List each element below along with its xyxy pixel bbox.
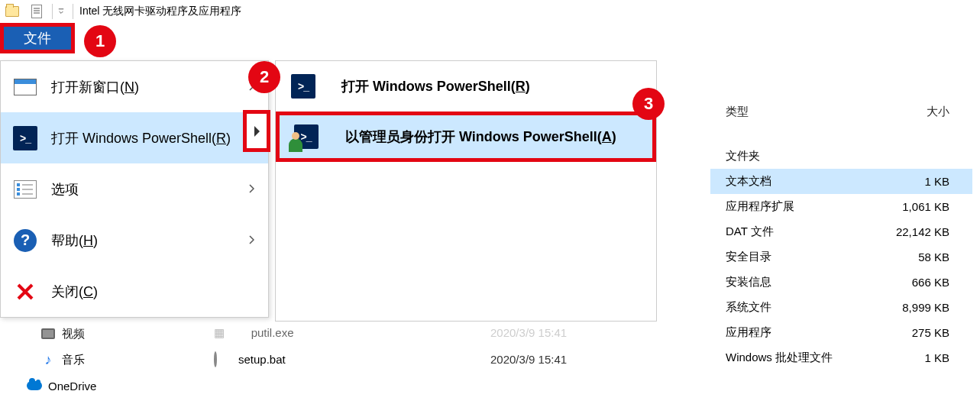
file-row[interactable]: setup.bat 2020/3/9 15:41 [214,346,703,373]
file-menu: 打开新窗口(N) >_ 打开 Windows PowerShell(R) 选项 … [0,60,269,318]
menu-help[interactable]: ? 帮助(H) [1,215,268,266]
file-date: 2020/3/9 15:41 [490,326,703,339]
folder-icon [3,2,21,21]
menu-label: 打开新窗口(N) [51,78,248,96]
window-title: Intel 无线网卡驱动程序及应用程序 [79,5,241,18]
cell-type: Windows 批处理文件 [710,351,855,365]
chevron-right-icon [248,81,257,93]
cell-type: 文本文档 [710,174,855,189]
chevron-right-icon [248,234,257,247]
detail-row[interactable]: 系统文件8,999 KB [710,295,972,320]
cell-type: 安装信息 [710,275,855,289]
nav-tree: 视频 ♪ 音乐 OneDrive [27,321,195,399]
cell-size: 275 KB [855,326,972,339]
options-icon [11,176,39,203]
file-name: setup.bat [238,353,490,366]
new-window-icon [11,73,39,101]
gear-icon [214,353,232,366]
cell-size: 1,061 KB [855,200,972,213]
nav-label: 视频 [62,327,85,341]
cell-size: 8,999 KB [855,301,972,314]
onedrive-icon [27,381,42,390]
document-icon [27,2,46,21]
submenu-open-powershell-admin[interactable]: >_ 以管理员身份打开 Windows PowerShell(A) [276,112,656,162]
menu-options[interactable]: 选项 [1,163,268,215]
detail-row[interactable]: 应用程序扩展1,061 KB [710,194,972,219]
detail-row[interactable]: 安装信息666 KB [710,270,972,295]
details-columns: 类型 大小 文件夹文本文档1 KB应用程序扩展1,061 KBDAT 文件22,… [710,107,972,370]
separator [73,4,73,19]
cell-size: 58 KB [855,250,972,263]
nav-label: OneDrive [48,380,96,393]
file-list-partial: ▦ pnputil.exe 2020/3/9 15:41 setup.bat 2… [214,319,703,373]
menu-open-powershell[interactable]: >_ 打开 Windows PowerShell(R) [1,112,268,163]
cell-type: DAT 文件 [710,225,855,239]
nav-video[interactable]: 视频 [40,321,195,347]
menu-open-new-window[interactable]: 打开新窗口(N) [1,61,268,112]
detail-row[interactable]: 安全目录58 KB [710,244,972,270]
column-header-size[interactable]: 大小 [855,105,972,128]
submenu-label: 以管理员身份打开 Windows PowerShell(A) [345,128,616,146]
menu-close[interactable]: 关闭(C) [1,266,268,317]
file-date: 2020/3/9 15:41 [490,353,703,366]
nav-label: 音乐 [62,353,85,367]
menu-label: 选项 [51,180,248,199]
music-icon: ♪ [40,352,56,368]
cell-type: 应用程序 [710,325,855,340]
cell-size: 666 KB [855,276,972,289]
close-icon [11,278,39,305]
column-header-type[interactable]: 类型 [710,105,855,128]
file-icon: ▦ [214,326,232,340]
powershell-submenu: >_ 打开 Windows PowerShell(R) >_ 以管理员身份打开 … [275,60,657,322]
chevron-right-icon [248,183,257,196]
title-bar: Intel 无线网卡驱动程序及应用程序 [0,0,980,23]
menu-label: 帮助(H) [51,231,248,250]
cell-size: 1 KB [855,351,972,364]
file-tab[interactable]: 文件 [0,23,75,53]
powershell-admin-icon: >_ [293,123,321,150]
cell-type: 文件夹 [710,149,855,163]
detail-row[interactable]: 应用程序275 KB [710,320,972,345]
powershell-icon: >_ [289,73,317,100]
qat-dropdown[interactable] [56,2,66,21]
cell-size: 1 KB [855,175,972,188]
submenu-label: 打开 Windows PowerShell(R) [341,77,530,95]
detail-row[interactable]: 文件夹 [710,144,972,169]
detail-row[interactable]: DAT 文件22,142 KB [710,219,972,244]
detail-row[interactable]: 文本文档1 KB [710,169,972,194]
nav-onedrive[interactable]: OneDrive [27,373,195,399]
file-row[interactable]: ▦ pnputil.exe 2020/3/9 15:41 [214,319,703,346]
file-tab-label: 文件 [24,29,51,47]
video-icon [40,328,56,339]
cell-type: 系统文件 [710,300,855,315]
nav-music[interactable]: ♪ 音乐 [40,347,195,373]
cell-type: 安全目录 [710,250,855,264]
file-name: pnputil.exe [238,326,490,339]
menu-label: 打开 Windows PowerShell(R) [51,129,257,147]
submenu-open-powershell[interactable]: >_ 打开 Windows PowerShell(R) [276,61,656,112]
cell-size: 22,142 KB [855,225,972,238]
powershell-icon: >_ [11,124,39,152]
help-icon: ? [11,227,39,254]
cell-type: 应用程序扩展 [710,199,855,214]
detail-row[interactable]: Windows 批处理文件1 KB [710,345,972,370]
submenu-expand-arrow[interactable] [243,110,270,152]
separator [52,4,53,19]
menu-label: 关闭(C) [51,283,257,301]
